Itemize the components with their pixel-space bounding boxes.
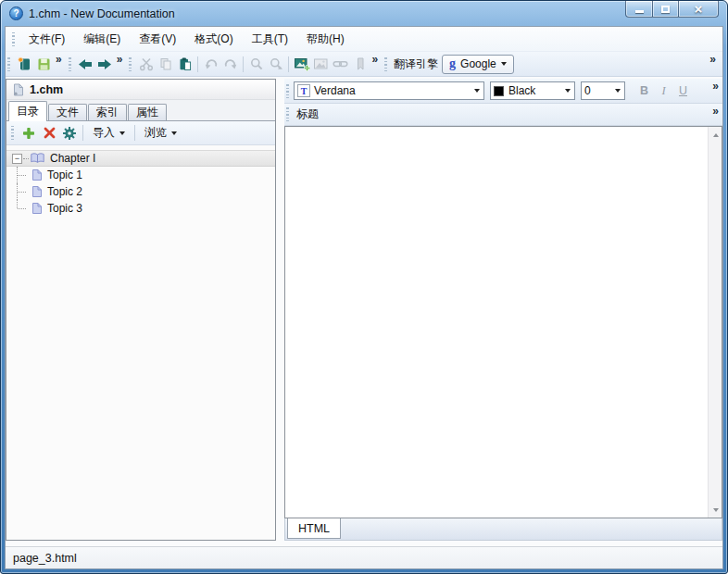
redo-button[interactable]: [220, 54, 240, 74]
image-icon: [313, 56, 329, 71]
toolbar-overflow-chevron[interactable]: »: [56, 53, 61, 66]
toolbar-overflow-chevron[interactable]: »: [712, 80, 718, 93]
toolbar-grip: [129, 57, 132, 71]
tab-label: HTML: [298, 522, 330, 535]
bold-button[interactable]: B: [634, 81, 654, 100]
menu-view[interactable]: 查看(V): [130, 27, 185, 52]
import-label: 导入: [93, 125, 115, 141]
delete-topic-button[interactable]: [39, 123, 59, 144]
menu-tools[interactable]: 工具(T): [243, 27, 297, 52]
minimize-button[interactable]: [625, 1, 652, 18]
editor-scrollbar[interactable]: [708, 127, 722, 518]
close-button[interactable]: ×: [678, 1, 719, 18]
tab-html[interactable]: HTML: [287, 518, 341, 539]
add-icon: [21, 126, 36, 141]
app-window: ? 1.chm - New Documentation × 文件(F) 编辑(E…: [0, 0, 728, 574]
status-bar: page_3.html: [6, 546, 722, 568]
toolbar-overflow-chevron[interactable]: »: [712, 105, 718, 118]
page-icon: [31, 168, 43, 181]
translate-engine-select[interactable]: g Google: [442, 55, 514, 74]
collapse-expander[interactable]: −: [12, 154, 22, 164]
toolbar-overflow-chevron[interactable]: »: [709, 53, 715, 66]
bookmark-icon: [353, 56, 368, 71]
project-panel: 1.chm 目录 文件 索引 属性: [6, 79, 276, 541]
tab-contents[interactable]: 目录: [8, 101, 47, 121]
font-family-select[interactable]: T Verdana: [294, 81, 484, 100]
browse-label: 浏览: [144, 125, 167, 141]
import-button[interactable]: 导入: [86, 122, 132, 144]
html-editor[interactable]: [284, 126, 722, 518]
topic-settings-button[interactable]: [59, 123, 80, 144]
link-icon: [333, 56, 348, 71]
maximize-button[interactable]: [652, 1, 678, 18]
title-toolbar: 标题 »: [284, 104, 722, 126]
arrow-up-icon: [713, 133, 719, 137]
arrow-down-icon: [713, 508, 719, 512]
chevron-down-icon: [119, 131, 125, 135]
undo-button[interactable]: [201, 54, 220, 74]
tab-label: 文件: [56, 105, 79, 120]
image-button[interactable]: [311, 54, 331, 74]
paste-button[interactable]: [175, 54, 195, 74]
menu-edit[interactable]: 编辑(E): [74, 27, 130, 52]
toolbar-overflow-chevron[interactable]: »: [371, 53, 377, 66]
chevron-down-icon: [610, 82, 624, 99]
tree-node-topic[interactable]: Topic 1: [6, 167, 275, 183]
title-toolbar-label: 标题: [296, 106, 319, 122]
main-toolbar: » »: [6, 51, 722, 77]
chevron-down-icon: [470, 82, 483, 99]
toolbar-group-file: »: [6, 52, 67, 76]
link-button[interactable]: [331, 54, 350, 74]
chevron-down-icon: [501, 62, 507, 66]
tree-node-label: Topic 2: [47, 185, 82, 198]
browse-button[interactable]: 浏览: [138, 122, 183, 144]
font-size-select[interactable]: 0: [581, 81, 625, 100]
search-next-button[interactable]: [266, 54, 285, 74]
toolbar-separator: [288, 56, 289, 72]
tree-node-label: Topic 3: [47, 202, 82, 215]
project-file-name: 1.chm: [30, 83, 63, 96]
tree-node-chapter[interactable]: − Chapter I: [6, 150, 275, 167]
insert-image-button[interactable]: [292, 54, 311, 74]
forward-arrow-icon: [96, 57, 113, 71]
tab-files[interactable]: 文件: [48, 104, 87, 120]
toolbar-separator: [243, 56, 244, 72]
search-button[interactable]: [246, 54, 266, 74]
toolbar-overflow-chevron[interactable]: »: [117, 53, 122, 66]
bookmark-button[interactable]: [350, 54, 370, 74]
save-button[interactable]: [34, 54, 54, 74]
page-icon: [31, 185, 43, 198]
book-icon: [30, 152, 45, 165]
scroll-up-button[interactable]: [709, 128, 722, 142]
save-icon: [36, 56, 52, 72]
tree-connector: [17, 183, 28, 200]
status-text: page_3.html: [13, 552, 77, 565]
underline-button[interactable]: U: [673, 81, 693, 100]
back-button[interactable]: [76, 54, 95, 74]
tree-node-topic[interactable]: Topic 2: [6, 183, 275, 200]
new-book-button[interactable]: [15, 54, 34, 74]
tab-properties[interactable]: 属性: [128, 104, 167, 120]
help-glyph: ?: [13, 8, 19, 19]
forward-button[interactable]: [95, 54, 115, 74]
search-icon: [249, 56, 264, 71]
tree-node-topic[interactable]: Topic 3: [6, 200, 275, 217]
font-family-value: Verdana: [314, 84, 356, 97]
cut-button[interactable]: [136, 54, 156, 74]
menu-format[interactable]: 格式(O): [185, 27, 242, 52]
editor-panel: T Verdana Black 0 B I U: [284, 79, 722, 541]
copy-button[interactable]: [156, 54, 175, 74]
back-arrow-icon: [77, 57, 94, 71]
font-color-value: Black: [508, 84, 535, 97]
menu-file[interactable]: 文件(F): [19, 27, 74, 52]
tab-index[interactable]: 索引: [88, 104, 127, 120]
panel-splitter[interactable]: [276, 79, 284, 541]
italic-button[interactable]: I: [654, 81, 673, 100]
toolbar-grip: [11, 126, 14, 140]
font-color-select[interactable]: Black: [490, 81, 575, 100]
menu-help[interactable]: 帮助(H): [297, 27, 354, 52]
document-icon: [13, 83, 24, 96]
color-swatch: [494, 86, 504, 96]
scroll-down-button[interactable]: [709, 503, 722, 517]
add-topic-button[interactable]: [19, 123, 39, 144]
